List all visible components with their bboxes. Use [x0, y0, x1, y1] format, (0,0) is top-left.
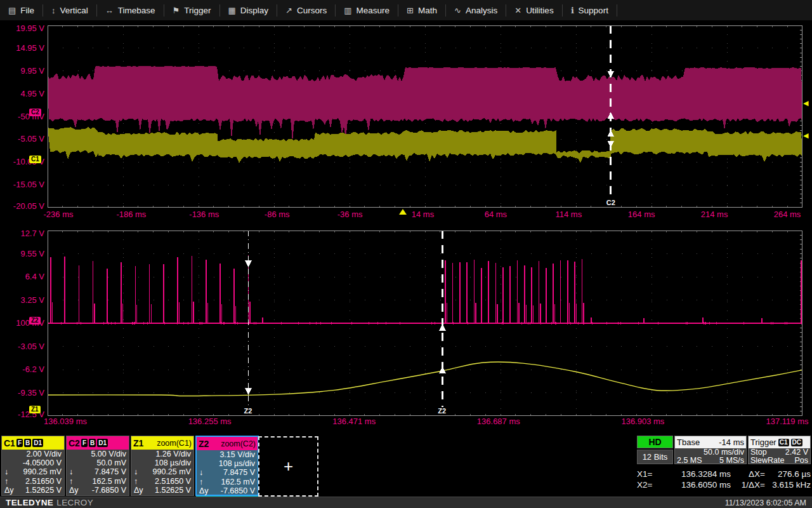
level-marker-arrow-icon[interactable]: ◀ [803, 100, 808, 107]
main-grid-xlabel: 64 ms [485, 210, 507, 219]
timebase-header: Tbase -14 ms [675, 436, 746, 448]
zoom-grid-xlabel: 136.039 ms [44, 417, 87, 426]
descriptor-row-value: 162.5 mV [92, 477, 126, 486]
x1-label: X1= [637, 469, 662, 479]
descriptor-badge-f: F [16, 439, 23, 447]
descriptor-row: Δy1.52625 V [2, 486, 64, 495]
zoom-grid-ylabel: -3.05 V [3, 342, 44, 351]
main-grid-xlabel: 214 ms [701, 210, 728, 219]
descriptor-z2-header: Z2zoom(C2) [197, 437, 258, 450]
menu-item-display[interactable]: ▦Display [220, 0, 277, 20]
main-grid-canvas[interactable] [48, 25, 802, 208]
trigger-slope: Pos [794, 457, 808, 465]
descriptor-row-symbol: ↓ [199, 468, 203, 477]
cursor-readout: X1= 136.3284 ms ΔX= 276.6 µs X2= 136.605… [637, 469, 811, 490]
inv-dx-label: 1/ΔX= [731, 480, 765, 490]
zoom-grid-ylabel: 6.4 V [3, 272, 44, 281]
trigger-source-badge: C1 [778, 439, 789, 446]
level-marker-arrow-icon[interactable]: ◀ [803, 132, 808, 139]
z2-channel-marker[interactable]: Z2 [29, 317, 41, 324]
trigger-position-marker-icon[interactable] [399, 209, 407, 215]
descriptor-row: ↑2.51650 V [131, 477, 193, 486]
descriptor-c2[interactable]: C2FBD15.00 V/div50.0 mV↓7.8475 V↑162.5 m… [66, 436, 129, 496]
zoom-grid-xlabel: 136.255 ms [188, 417, 232, 426]
descriptor-row-symbol: Δy [4, 486, 14, 495]
descriptor-c1-header: C1FBD1 [2, 436, 64, 450]
descriptor-c1[interactable]: C1FBD12.00 V/div-4.05000 V↓990.25 mV↑2.5… [1, 436, 65, 496]
menu-item-trigger[interactable]: ⚑Trigger [164, 0, 219, 20]
descriptor-z2[interactable]: Z2zoom(C2)3.15 V/div108 µs/div↓7.8475 V↑… [195, 436, 259, 496]
trigger-level: 2.42 V [785, 448, 808, 457]
zoom-grid-ylabel: -6.2 V [3, 365, 44, 374]
descriptor-row-value: 990.25 mV [153, 467, 191, 476]
descriptor-row: -4.05000 V [2, 458, 64, 467]
menu-item-analysis[interactable]: ∿Analysis [446, 0, 506, 20]
hd-badge[interactable]: HD [637, 436, 673, 448]
zoom-grid-xlabel: 136.687 ms [477, 417, 520, 426]
zoom-grid-canvas[interactable] [48, 231, 802, 416]
main-grid-xlabel: -86 ms [265, 210, 290, 219]
descriptor-row-value: 3.15 V/div [219, 450, 255, 459]
descriptor-row-symbol: ↓ [69, 467, 73, 476]
analysis-icon: ∿ [454, 6, 461, 15]
menu-item-label: Measure [357, 6, 390, 15]
menu-item-vertical[interactable]: ↕Vertical [43, 0, 96, 20]
descriptor-z1[interactable]: Z1zoom(C1)1.26 V/div108 µs/div↓990.25 mV… [131, 436, 194, 496]
descriptor-row-value: 108 µs/div [219, 459, 255, 468]
x2-label: X2= [637, 480, 662, 490]
menu-item-cursors[interactable]: ↗Cursors [277, 0, 335, 20]
descriptor-row-value: 7.8475 V [95, 467, 126, 476]
trigger-icon: ⚑ [173, 6, 180, 15]
descriptor-row: ↑2.51650 V [2, 477, 64, 486]
cursor-label[interactable]: Z2 [243, 407, 254, 415]
c1-channel-marker[interactable]: C1 [29, 156, 41, 163]
menu-item-label: Vertical [60, 6, 88, 15]
menu-item-label: Timebase [118, 6, 155, 15]
menu-item-label: Cursors [297, 6, 327, 15]
timebase-rate: 5 MS/s [719, 457, 744, 465]
vertical-icon: ↕ [51, 6, 56, 15]
descriptor-row-value: 990.25 mV [23, 467, 62, 476]
brand-lecroy: LECROY [56, 498, 93, 507]
zoom-grid-xlabel: 137.119 ms [766, 417, 809, 426]
menu-item-utilities[interactable]: ✕Utilities [506, 0, 561, 20]
utilities-icon: ✕ [514, 6, 521, 15]
descriptor-row-symbol: Δy [199, 486, 209, 495]
descriptor-row-value: -4.05000 V [23, 458, 62, 467]
descriptor-row: Δy-7.6850 V [197, 486, 258, 495]
timebase-box[interactable]: Tbase -14 ms 50.0 ms/div 2.5 MS 5 MS/s [674, 436, 747, 464]
trigger-box[interactable]: Trigger C1 DC Stop 2.42 V SlewRate Pos [748, 436, 811, 464]
descriptor-row: ↓7.8475 V [67, 467, 129, 476]
cursor-label[interactable]: Z2 [436, 407, 447, 415]
menu-item-support[interactable]: ℹSupport [563, 0, 617, 20]
descriptor-badge-b: B [89, 439, 96, 447]
menu-item-math[interactable]: ⊞Math [398, 0, 445, 20]
main-grid-ylabel: 9.95 V [3, 67, 44, 76]
c2-channel-marker[interactable]: C2 [29, 109, 41, 116]
dx-value: 276.6 µs [765, 469, 811, 479]
cursor-label[interactable]: C2 [605, 199, 617, 207]
trigger-coupling-badge: DC [791, 439, 802, 446]
descriptor-row-value: 1.52625 V [155, 486, 191, 495]
brand-teledyne: TELEDYNE [6, 498, 53, 507]
descriptor-row-symbol: Δy [134, 486, 143, 495]
z1-channel-marker[interactable]: Z1 [29, 406, 41, 413]
trigger-kind: SlewRate [750, 457, 785, 465]
add-trace-box[interactable]: + [258, 436, 318, 497]
main-grid-xlabel: -186 ms [116, 210, 146, 219]
descriptor-row-value: 1.52625 V [25, 486, 62, 495]
dx-label: ΔX= [731, 469, 765, 479]
display-icon: ▦ [228, 6, 236, 15]
menu-item-file[interactable]: ▤File [0, 0, 43, 20]
menu-item-timebase[interactable]: ↔Timebase [97, 0, 164, 20]
descriptor-c2-header: C2FBD1 [67, 436, 129, 450]
descriptor-row: ↓990.25 mV [2, 467, 64, 476]
menu-item-measure[interactable]: ▥Measure [336, 0, 398, 20]
main-grid-ylabel: 4.95 V [3, 90, 44, 98]
menu-item-label: Analysis [466, 6, 497, 15]
menu-item-label: Utilities [526, 6, 554, 15]
math-icon: ⊞ [407, 6, 414, 15]
descriptor-row-value: -7.6850 V [92, 486, 126, 495]
menu-item-label: Math [418, 6, 437, 15]
descriptor-row-symbol: ↑ [4, 477, 8, 486]
